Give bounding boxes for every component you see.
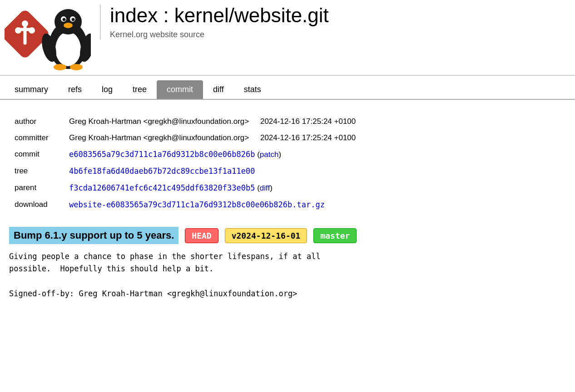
svg-point-5 bbox=[29, 27, 35, 34]
svg-point-4 bbox=[15, 27, 21, 34]
nav-summary[interactable]: summary bbox=[5, 80, 58, 99]
repo-description: Kernel.org website source bbox=[110, 30, 566, 39]
patch-link[interactable]: patch bbox=[260, 150, 279, 159]
download-row: download website-e6083565a79c3d711c1a76d… bbox=[9, 196, 566, 213]
commit-info-table: author Greg Kroah-Hartman <gregkh@linuxf… bbox=[9, 113, 566, 213]
commit-message-area: Bump 6.1.y support up to 5 years. HEAD v… bbox=[9, 227, 566, 300]
svg-point-7 bbox=[55, 32, 81, 66]
nav-commit[interactable]: commit bbox=[157, 80, 203, 99]
author-value: Greg Kroah-Hartman <gregkh@linuxfoundati… bbox=[64, 113, 566, 130]
commit-label: commit bbox=[9, 146, 64, 163]
svg-point-14 bbox=[54, 64, 66, 70]
commit-body: Giving people a chance to phase in the s… bbox=[9, 250, 566, 300]
logo-area bbox=[5, 5, 91, 70]
download-label: download bbox=[9, 196, 64, 213]
nav-stats[interactable]: stats bbox=[234, 80, 271, 99]
committer-row: committer Greg Kroah-Hartman <gregkh@lin… bbox=[9, 130, 566, 146]
parent-hash-value: f3cda12606741efc6c421c495ddf63820f33e0b5… bbox=[64, 180, 566, 196]
nav-refs[interactable]: refs bbox=[58, 80, 92, 99]
svg-point-3 bbox=[22, 20, 28, 27]
svg-rect-0 bbox=[5, 8, 51, 59]
author-row: author Greg Kroah-Hartman <gregkh@linuxf… bbox=[9, 113, 566, 130]
author-date: 2024-12-16 17:25:24 +0100 bbox=[260, 117, 356, 126]
page-header: index : kernel/website.git Kernel.org we… bbox=[0, 0, 575, 76]
badge-master: master bbox=[313, 228, 357, 243]
main-content: author Greg Kroah-Hartman <gregkh@linuxf… bbox=[0, 100, 575, 309]
committer-value: Greg Kroah-Hartman <gregkh@linuxfoundati… bbox=[64, 130, 566, 146]
commit-hash-row: commit e6083565a79c3d711c1a76d9312b8c00e… bbox=[9, 146, 566, 163]
svg-point-12 bbox=[72, 18, 75, 21]
author-label: author bbox=[9, 113, 64, 130]
committer-date: 2024-12-16 17:25:24 +0100 bbox=[260, 133, 356, 142]
parent-row: parent f3cda12606741efc6c421c495ddf63820… bbox=[9, 180, 566, 196]
commit-subject-line: Bump 6.1.y support up to 5 years. HEAD v… bbox=[9, 227, 566, 244]
tree-label: tree bbox=[9, 163, 64, 180]
commit-hash-value: e6083565a79c3d711c1a76d9312b8c00e06b826b… bbox=[64, 146, 566, 163]
svg-point-11 bbox=[63, 18, 66, 21]
parent-hash-link[interactable]: f3cda12606741efc6c421c495ddf63820f33e0b5 bbox=[69, 183, 255, 192]
svg-point-13 bbox=[64, 23, 73, 28]
committer-label: committer bbox=[9, 130, 64, 146]
title-area: index : kernel/website.git Kernel.org we… bbox=[100, 5, 566, 39]
download-value: website-e6083565a79c3d711c1a76d9312b8c00… bbox=[64, 196, 566, 213]
repo-title: index : kernel/website.git bbox=[110, 5, 566, 26]
commit-hash-link[interactable]: e6083565a79c3d711c1a76d9312b8c00e06b826b bbox=[69, 150, 255, 159]
tree-hash-link[interactable]: 4b6fe18fa6d40daeb67b72dc89ccbe13f1a11e00 bbox=[69, 167, 255, 176]
download-link[interactable]: website-e6083565a79c3d711c1a76d9312b8c00… bbox=[69, 200, 325, 209]
badge-head: HEAD bbox=[185, 228, 218, 243]
badge-tag: v2024-12-16-01 bbox=[225, 228, 307, 243]
nav-diff[interactable]: diff bbox=[203, 80, 234, 99]
site-logo bbox=[5, 5, 91, 70]
tree-row: tree 4b6fe18fa6d40daeb67b72dc89ccbe13f1a… bbox=[9, 163, 566, 180]
svg-point-8 bbox=[55, 9, 82, 34]
diff-link[interactable]: diff bbox=[260, 184, 270, 192]
committer-name: Greg Kroah-Hartman <gregkh@linuxfoundati… bbox=[69, 133, 249, 142]
author-name: Greg Kroah-Hartman <gregkh@linuxfoundati… bbox=[69, 117, 249, 126]
tree-hash-value: 4b6fe18fa6d40daeb67b72dc89ccbe13f1a11e00 bbox=[64, 163, 566, 180]
svg-point-15 bbox=[70, 64, 83, 70]
nav-log[interactable]: log bbox=[92, 80, 123, 99]
commit-subject: Bump 6.1.y support up to 5 years. bbox=[9, 227, 178, 244]
nav-tree[interactable]: tree bbox=[123, 80, 157, 99]
parent-label: parent bbox=[9, 180, 64, 196]
navigation-bar: summary refs log tree commit diff stats bbox=[0, 80, 575, 100]
